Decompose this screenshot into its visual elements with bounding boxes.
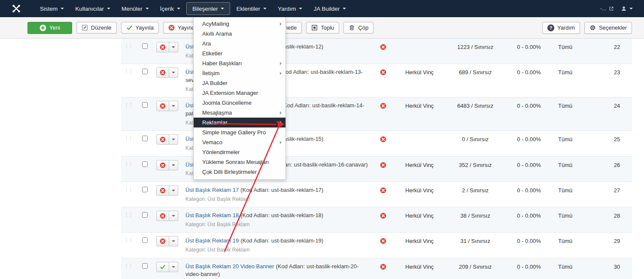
status-toggle-button[interactable] [156,67,169,78]
row-checkbox[interactable] [142,263,148,269]
row-checkbox[interactable] [142,136,148,141]
menu-item-akilli-arama[interactable]: Akıllı Arama [194,29,286,39]
drag-handle-icon[interactable] [121,160,136,167]
status-dropdown-button[interactable] [169,211,178,221]
banner-language: Tümü [555,101,602,109]
nav-item-ja-builder[interactable]: JA Builder [308,0,352,17]
status-dropdown-button[interactable] [169,262,178,272]
options-button[interactable]: Seçenekler [584,22,632,34]
components-dropdown-menu: AcyMailing Akıllı Arama Ara Etiketler Ha… [193,17,286,180]
caret-down-icon [172,190,175,191]
row-checkbox[interactable] [142,212,148,218]
menu-item-ara[interactable]: Ara [194,39,286,49]
submenu-arrow-icon [280,141,282,144]
sticky-unpublished-icon[interactable] [380,238,386,244]
sticky-unpublished-icon[interactable] [380,212,386,219]
sticky-unpublished-icon[interactable] [380,264,386,270]
drag-handle-icon[interactable] [121,262,136,268]
drag-handle-icon[interactable] [121,211,136,217]
drag-handle-icon[interactable] [121,42,136,49]
menu-item-vemaco[interactable]: Vemaco [194,137,286,147]
drag-handle-icon[interactable] [121,67,136,74]
status-toggle-button[interactable] [156,42,169,52]
nav-item-label: Menüler [122,6,143,12]
status-dropdown-button[interactable] [169,236,178,246]
menu-item-ja-extension-manager[interactable]: JA Extension Manager [194,88,286,98]
menu-item-acymailing[interactable]: AcyMailing [194,19,286,29]
status-dropdown-button[interactable] [169,101,178,111]
row-checkbox[interactable] [142,187,148,192]
nav-item-kullanicilar[interactable]: Kullanıcılar [70,0,116,17]
sticky-unpublished-icon[interactable] [380,187,386,194]
banner-title-link[interactable]: Üst Başlık Reklam 19 [185,237,239,244]
status-cell [154,160,185,170]
table-row: Üst Başlık Reklam 18(Kod Adları: ust-bas… [121,207,632,233]
sticky-unpublished-icon[interactable] [380,136,386,143]
banner-category: Kategori: Üst Başlık Reklam [185,196,370,203]
help-button[interactable]: Yardım [542,22,580,34]
menu-item-label: Mesajlaşma [202,109,232,116]
status-toggle-button[interactable] [156,134,169,145]
status-toggle-button[interactable] [156,262,169,272]
sticky-cell [374,185,392,194]
sticky-unpublished-icon[interactable] [380,103,386,109]
nav-item-sistem[interactable]: Sistem [34,0,70,17]
banner-title-link[interactable]: Üst Başlık Reklam 18 [185,212,239,218]
drag-handle-icon[interactable] [121,134,136,141]
status-cell [154,67,185,78]
edit-button[interactable]: Düzenle [76,22,117,33]
status-toggle-button[interactable] [156,236,169,246]
drag-handle-icon[interactable] [121,185,136,192]
status-dropdown-button[interactable] [169,185,178,196]
nav-item-label: Eklentiler [236,6,260,12]
status-toggle-button[interactable] [156,101,169,111]
menu-item-simple-image-gallery-pro[interactable]: Simple Image Gallery Pro [194,127,286,137]
sticky-unpublished-icon[interactable] [380,69,386,76]
menu-item-reklamlar[interactable]: Reklamlar [194,118,286,127]
publish-button[interactable]: Yayınla [121,22,159,33]
menu-item-haber-basliklari[interactable]: Haber Başlıkları [194,58,286,68]
user-menu[interactable] [621,6,633,12]
batch-button[interactable]: Toplu [306,22,339,33]
banner-title-link[interactable]: Üst Başlık Reklam 17 [185,187,239,193]
status-toggle-button[interactable] [156,160,169,170]
sticky-unpublished-icon[interactable] [380,162,386,168]
new-button[interactable]: Yeni [27,22,72,34]
row-checkbox[interactable] [142,43,148,49]
banner-id: 25 [602,134,632,143]
status-dropdown-button[interactable] [169,134,178,145]
menu-item-iletisim[interactable]: İletişim [194,68,286,78]
menu-item-mesajlasma[interactable]: Mesajlaşma [194,108,286,118]
status-dropdown-button[interactable] [169,67,178,78]
drag-handle-icon[interactable] [121,236,136,243]
nav-item-bilesenler[interactable]: Bileşenler [187,3,230,15]
nav-item-menuler[interactable]: Menüler [116,0,155,17]
trash-button[interactable]: Çöp [343,22,374,33]
row-checkbox[interactable] [142,237,148,243]
drag-handle-icon[interactable] [121,101,136,107]
menu-item-yukleme-sonrasi-mesajlari[interactable]: Yükleme Sonrası Mesajları [194,157,286,167]
menu-item-cok-dilli-birlestirmeler[interactable]: Çok Dilli Birleştirmeler [194,167,286,177]
banner-title-link[interactable]: Üst Başlık Reklam 20 Video Banner [185,263,274,270]
nav-item-eklentiler[interactable]: Eklentiler [231,0,272,17]
sticky-unpublished-icon[interactable] [380,44,386,50]
site-preview-link[interactable]: -... [600,6,614,12]
nav-item-yardim[interactable]: Yardım [272,0,308,17]
menu-item-etiketler[interactable]: Etiketler [194,49,286,58]
row-checkbox[interactable] [142,102,148,108]
menu-item-ja-builder[interactable]: JA Builder [194,78,286,88]
menu-item-joomla-guncelleme[interactable]: Joomla Güncelleme [194,98,286,108]
banner-id: 29 [602,236,632,244]
unpublished-icon [160,213,166,219]
status-dropdown-button[interactable] [169,42,178,52]
status-toggle-button[interactable] [156,211,169,221]
checkbox-cell [136,67,154,76]
nav-item-icerik[interactable]: İçerik [155,0,186,17]
status-toggle-button[interactable] [156,185,169,196]
row-checkbox[interactable] [142,161,148,167]
status-cell [154,211,185,221]
row-checkbox[interactable] [142,69,148,74]
joomla-logo-icon[interactable] [11,3,21,14]
status-dropdown-button[interactable] [169,160,178,170]
menu-item-yonlendirmeler[interactable]: Yönlendirmeler [194,147,286,157]
